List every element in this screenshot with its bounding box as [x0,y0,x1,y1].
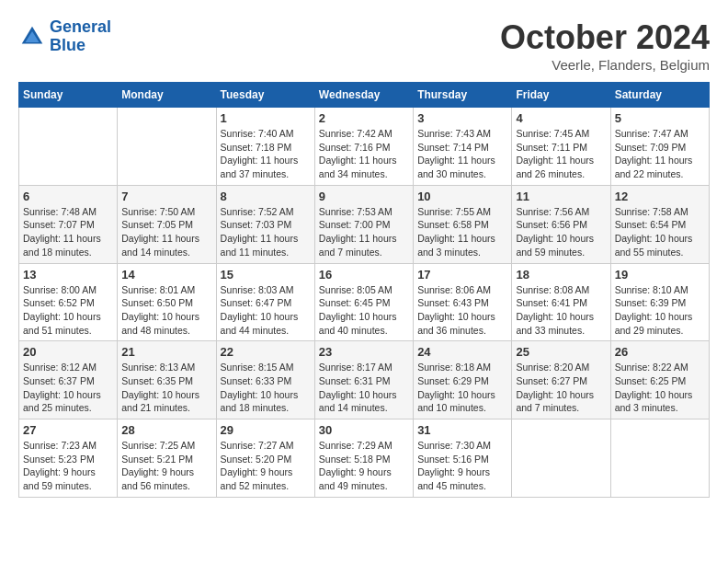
day-number: 23 [319,345,409,359]
location-subtitle: Veerle, Flanders, Belgium [500,57,710,73]
day-number: 14 [121,268,211,282]
week-row-4: 20Sunrise: 8:12 AM Sunset: 6:37 PM Dayli… [19,341,710,419]
calendar-cell: 11Sunrise: 7:56 AM Sunset: 6:56 PM Dayli… [512,185,610,263]
day-info: Sunrise: 7:50 AM Sunset: 7:05 PM Dayligh… [121,205,211,259]
calendar-cell: 15Sunrise: 8:03 AM Sunset: 6:47 PM Dayli… [216,263,314,341]
logo-icon [18,23,46,51]
calendar-cell: 7Sunrise: 7:50 AM Sunset: 7:05 PM Daylig… [118,185,216,263]
day-info: Sunrise: 8:15 AM Sunset: 6:33 PM Dayligh… [221,361,311,415]
day-number: 24 [417,345,507,359]
day-info: Sunrise: 7:25 AM Sunset: 5:21 PM Dayligh… [121,439,211,493]
day-number: 17 [417,268,507,282]
day-info: Sunrise: 7:47 AM Sunset: 7:09 PM Dayligh… [615,127,705,181]
weekday-header-tuesday: Tuesday [216,83,314,108]
calendar-cell [610,419,709,498]
day-info: Sunrise: 8:12 AM Sunset: 6:37 PM Dayligh… [23,361,113,415]
month-title: October 2024 [500,18,710,57]
calendar-cell: 21Sunrise: 8:13 AM Sunset: 6:35 PM Dayli… [118,341,216,419]
week-row-3: 13Sunrise: 8:00 AM Sunset: 6:52 PM Dayli… [19,263,710,341]
day-info: Sunrise: 7:27 AM Sunset: 5:20 PM Dayligh… [221,439,311,493]
day-info: Sunrise: 7:29 AM Sunset: 5:18 PM Dayligh… [319,439,409,493]
day-info: Sunrise: 7:43 AM Sunset: 7:14 PM Dayligh… [417,127,507,181]
day-number: 10 [417,190,507,203]
logo-text: General Blue [50,18,111,55]
page-header: General Blue October 2024 Veerle, Flande… [18,18,710,73]
day-number: 15 [221,268,311,282]
weekday-header-wednesday: Wednesday [314,83,413,108]
calendar-cell: 1Sunrise: 7:40 AM Sunset: 7:18 PM Daylig… [216,108,314,186]
day-number: 16 [319,268,409,282]
day-number: 6 [23,190,113,203]
weekday-header-saturday: Saturday [610,83,709,108]
calendar-cell: 19Sunrise: 8:10 AM Sunset: 6:39 PM Dayli… [610,263,709,341]
day-number: 3 [417,111,507,125]
day-number: 9 [319,190,409,203]
day-number: 8 [221,190,311,203]
calendar-cell: 8Sunrise: 7:52 AM Sunset: 7:03 PM Daylig… [216,185,314,263]
calendar-cell: 27Sunrise: 7:23 AM Sunset: 5:23 PM Dayli… [19,419,118,498]
calendar-cell: 31Sunrise: 7:30 AM Sunset: 5:16 PM Dayli… [414,419,512,498]
calendar-cell: 13Sunrise: 8:00 AM Sunset: 6:52 PM Dayli… [19,263,118,341]
week-row-1: 1Sunrise: 7:40 AM Sunset: 7:18 PM Daylig… [19,108,710,186]
calendar-cell: 16Sunrise: 8:05 AM Sunset: 6:45 PM Dayli… [314,263,413,341]
day-info: Sunrise: 7:42 AM Sunset: 7:16 PM Dayligh… [319,127,409,181]
week-row-5: 27Sunrise: 7:23 AM Sunset: 5:23 PM Dayli… [19,419,710,498]
day-info: Sunrise: 8:20 AM Sunset: 6:27 PM Dayligh… [516,361,606,415]
weekday-header-sunday: Sunday [19,83,118,108]
weekday-header-monday: Monday [118,83,216,108]
day-info: Sunrise: 8:00 AM Sunset: 6:52 PM Dayligh… [23,283,113,338]
calendar-cell: 22Sunrise: 8:15 AM Sunset: 6:33 PM Dayli… [216,341,314,419]
week-row-2: 6Sunrise: 7:48 AM Sunset: 7:07 PM Daylig… [19,185,710,263]
day-number: 5 [615,111,705,125]
weekday-header-thursday: Thursday [414,83,512,108]
weekday-header-friday: Friday [512,83,610,108]
weekday-header-row: SundayMondayTuesdayWednesdayThursdayFrid… [19,83,710,108]
calendar-cell: 29Sunrise: 7:27 AM Sunset: 5:20 PM Dayli… [216,419,314,498]
logo: General Blue [18,18,111,55]
day-number: 26 [615,345,705,359]
day-number: 12 [615,190,705,203]
calendar-table: SundayMondayTuesdayWednesdayThursdayFrid… [18,82,710,498]
day-number: 7 [121,190,211,203]
day-info: Sunrise: 8:13 AM Sunset: 6:35 PM Dayligh… [121,361,211,415]
day-info: Sunrise: 8:10 AM Sunset: 6:39 PM Dayligh… [615,283,705,338]
day-info: Sunrise: 7:30 AM Sunset: 5:16 PM Dayligh… [417,439,507,493]
calendar-cell: 18Sunrise: 8:08 AM Sunset: 6:41 PM Dayli… [512,263,610,341]
day-number: 2 [319,111,409,125]
day-number: 1 [221,111,311,125]
day-number: 30 [319,423,409,437]
day-info: Sunrise: 8:03 AM Sunset: 6:47 PM Dayligh… [221,283,311,338]
day-info: Sunrise: 8:08 AM Sunset: 6:41 PM Dayligh… [516,283,606,338]
day-number: 29 [221,423,311,437]
day-number: 27 [23,423,113,437]
day-info: Sunrise: 7:40 AM Sunset: 7:18 PM Dayligh… [221,127,311,181]
calendar-cell: 24Sunrise: 8:18 AM Sunset: 6:29 PM Dayli… [414,341,512,419]
day-info: Sunrise: 8:01 AM Sunset: 6:50 PM Dayligh… [121,283,211,338]
day-info: Sunrise: 7:58 AM Sunset: 6:54 PM Dayligh… [615,205,705,259]
day-number: 18 [516,268,606,282]
calendar-cell: 25Sunrise: 8:20 AM Sunset: 6:27 PM Dayli… [512,341,610,419]
day-number: 28 [121,423,211,437]
title-block: October 2024 Veerle, Flanders, Belgium [500,18,710,73]
calendar-cell [118,108,216,186]
calendar-cell [512,419,610,498]
calendar-cell: 3Sunrise: 7:43 AM Sunset: 7:14 PM Daylig… [414,108,512,186]
day-info: Sunrise: 7:45 AM Sunset: 7:11 PM Dayligh… [516,127,606,181]
day-number: 22 [221,345,311,359]
calendar-cell: 5Sunrise: 7:47 AM Sunset: 7:09 PM Daylig… [610,108,709,186]
calendar-cell [19,108,118,186]
calendar-cell: 30Sunrise: 7:29 AM Sunset: 5:18 PM Dayli… [314,419,413,498]
calendar-cell: 9Sunrise: 7:53 AM Sunset: 7:00 PM Daylig… [314,185,413,263]
calendar-cell: 23Sunrise: 8:17 AM Sunset: 6:31 PM Dayli… [314,341,413,419]
day-info: Sunrise: 7:52 AM Sunset: 7:03 PM Dayligh… [221,205,311,259]
day-info: Sunrise: 7:23 AM Sunset: 5:23 PM Dayligh… [23,439,113,493]
day-info: Sunrise: 7:53 AM Sunset: 7:00 PM Dayligh… [319,205,409,259]
calendar-cell: 10Sunrise: 7:55 AM Sunset: 6:58 PM Dayli… [414,185,512,263]
day-number: 4 [516,111,606,125]
day-number: 21 [121,345,211,359]
calendar-cell: 26Sunrise: 8:22 AM Sunset: 6:25 PM Dayli… [610,341,709,419]
calendar-cell: 12Sunrise: 7:58 AM Sunset: 6:54 PM Dayli… [610,185,709,263]
day-info: Sunrise: 7:48 AM Sunset: 7:07 PM Dayligh… [23,205,113,259]
day-info: Sunrise: 7:55 AM Sunset: 6:58 PM Dayligh… [417,205,507,259]
day-number: 11 [516,190,606,203]
